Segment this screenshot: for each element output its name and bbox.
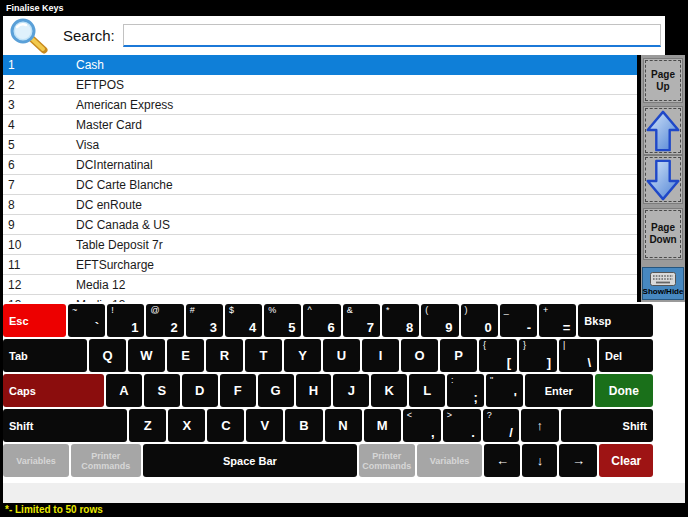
key-o[interactable]: O	[401, 339, 438, 372]
key-backtick[interactable]: ~`	[68, 304, 105, 337]
key-6[interactable]: ^6	[303, 304, 340, 337]
key-i[interactable]: I	[362, 339, 399, 372]
key-x[interactable]: X	[168, 409, 205, 442]
key-5[interactable]: %5	[264, 304, 301, 337]
list-item-name: DC Carte Blanche	[76, 178, 637, 192]
key-arrow-up[interactable]: ↑	[521, 409, 559, 442]
key-semicolon[interactable]: :;	[447, 374, 484, 407]
scroll-up-button[interactable]	[643, 106, 683, 155]
key-j[interactable]: J	[333, 374, 369, 407]
key-bksp[interactable]: Bksp	[578, 304, 653, 337]
list-item[interactable]: 1Cash	[3, 55, 637, 75]
show-hide-keyboard-button[interactable]: Show/Hide	[642, 267, 684, 300]
key-3[interactable]: #3	[186, 304, 223, 337]
key-h[interactable]: H	[296, 374, 332, 407]
key-9[interactable]: (9	[421, 304, 458, 337]
key-shift-char: #	[190, 305, 195, 315]
key-q[interactable]: Q	[89, 339, 126, 372]
list-item[interactable]: 11EFTSurcharge	[3, 255, 637, 275]
key-caps[interactable]: Caps	[3, 374, 104, 407]
key-space-bar[interactable]: Space Bar	[143, 444, 357, 477]
key-s[interactable]: S	[144, 374, 180, 407]
search-input[interactable]	[123, 24, 661, 47]
list-item[interactable]: 6DCInternatinal	[3, 155, 637, 175]
key-e[interactable]: E	[167, 339, 204, 372]
keyboard-icon	[650, 272, 676, 287]
key-t[interactable]: T	[245, 339, 282, 372]
list-item[interactable]: 5Visa	[3, 135, 637, 155]
key-p[interactable]: P	[440, 339, 477, 372]
key-z[interactable]: Z	[129, 409, 166, 442]
key-4[interactable]: $4	[225, 304, 262, 337]
key-clear[interactable]: Clear	[599, 444, 653, 477]
key-7[interactable]: &7	[343, 304, 380, 337]
list-item[interactable]: 3American Express	[3, 95, 637, 115]
key-variables-right[interactable]: Variables	[417, 444, 483, 477]
key-d[interactable]: D	[182, 374, 218, 407]
page-down-button[interactable]: Page Down	[643, 208, 683, 260]
key-k[interactable]: K	[371, 374, 407, 407]
key-arrow-right[interactable]: →	[559, 444, 597, 477]
key-done[interactable]: Done	[595, 374, 653, 407]
key-shift-char: $	[229, 305, 234, 315]
key-main-char: =	[563, 320, 571, 335]
scroll-panel: Page Up Page Down	[641, 55, 685, 302]
list-item[interactable]: 10Table Deposit 7r	[3, 235, 637, 255]
key-f[interactable]: F	[220, 374, 256, 407]
scroll-down-button[interactable]	[643, 155, 683, 204]
key-w[interactable]: W	[128, 339, 165, 372]
key-comma[interactable]: <,	[403, 409, 441, 442]
key-n[interactable]: N	[325, 409, 362, 442]
list-item[interactable]: 8DC enRoute	[3, 195, 637, 215]
list-item[interactable]: 12Media 12	[3, 275, 637, 295]
key-backslash[interactable]: |\	[559, 339, 597, 372]
key-tab[interactable]: Tab	[3, 339, 87, 372]
key-minus[interactable]: _-	[500, 304, 537, 337]
key-shift-char: !	[111, 305, 114, 315]
key-arrow-left[interactable]: ←	[484, 444, 520, 477]
key-printer-commands-right[interactable]: Printer Commands	[359, 444, 415, 477]
key-main-char: [	[507, 355, 511, 370]
key-c[interactable]: C	[207, 409, 244, 442]
list-item[interactable]: 9DC Canada & US	[3, 215, 637, 235]
key-u[interactable]: U	[323, 339, 360, 372]
key-0[interactable]: )0	[461, 304, 498, 337]
key-l[interactable]: L	[409, 374, 445, 407]
key-shift-left[interactable]: Shift	[3, 409, 127, 442]
key-2[interactable]: @2	[146, 304, 183, 337]
page-up-button[interactable]: Page Up	[643, 58, 683, 103]
key-a[interactable]: A	[106, 374, 142, 407]
key-m[interactable]: M	[364, 409, 401, 442]
key-lbracket[interactable]: {[	[479, 339, 517, 372]
key-quote[interactable]: "'	[486, 374, 523, 407]
key-v[interactable]: V	[246, 409, 283, 442]
key-shift-char: %	[268, 305, 276, 315]
key-shift-char: ~	[72, 305, 77, 315]
key-y[interactable]: Y	[284, 339, 321, 372]
key-period[interactable]: >.	[443, 409, 481, 442]
key-main-char: -	[527, 320, 531, 335]
key-r[interactable]: R	[206, 339, 243, 372]
key-variables-left[interactable]: Variables	[3, 444, 69, 477]
key-b[interactable]: B	[285, 409, 322, 442]
key-shift-right[interactable]: Shift	[561, 409, 653, 442]
key-enter[interactable]: Enter	[525, 374, 593, 407]
key-8[interactable]: *8	[382, 304, 419, 337]
key-del[interactable]: Del	[599, 339, 653, 372]
list-item[interactable]: 7DC Carte Blanche	[3, 175, 637, 195]
key-slash[interactable]: ?/	[483, 409, 519, 442]
key-rbracket[interactable]: }]	[519, 339, 557, 372]
list-item[interactable]: 13Media 13	[3, 295, 637, 302]
list-item-name: American Express	[76, 98, 637, 112]
list-item[interactable]: 4Master Card	[3, 115, 637, 135]
key-main-char: 6	[328, 320, 335, 335]
key-equals[interactable]: +=	[539, 304, 576, 337]
key-esc[interactable]: Esc	[3, 304, 66, 337]
key-printer-commands-left[interactable]: Printer Commands	[71, 444, 141, 477]
key-arrow-down[interactable]: ↓	[522, 444, 557, 477]
key-g[interactable]: G	[258, 374, 294, 407]
key-1[interactable]: !1	[107, 304, 144, 337]
key-shift-char: {	[483, 340, 486, 350]
list-item[interactable]: 2EFTPOS	[3, 75, 637, 95]
key-shift-char: }	[523, 340, 526, 350]
